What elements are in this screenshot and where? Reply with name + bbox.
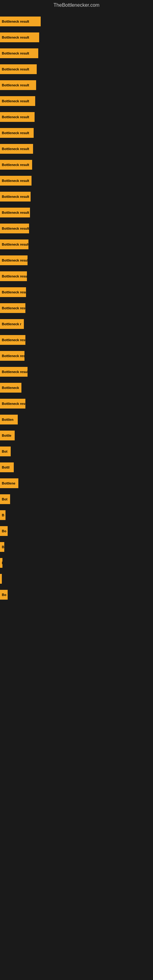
bar-label-12: Bottleneck result bbox=[2, 211, 29, 215]
bar-row: Bottleneck resu bbox=[0, 332, 153, 348]
bar-row: Bottl bbox=[0, 460, 153, 475]
bar-label-4: Bottleneck result bbox=[2, 83, 29, 87]
bar-row: Bottleneck result bbox=[0, 284, 153, 300]
bar-label-7: Bottleneck result bbox=[2, 131, 29, 135]
bar-label-3: Bottleneck result bbox=[2, 67, 29, 71]
bar-row: Bottleneck result bbox=[0, 29, 153, 45]
bar-label-32: Bo bbox=[2, 529, 6, 533]
bar-row: Bottlene bbox=[0, 475, 153, 491]
bar-row: Bottleneck result bbox=[0, 364, 153, 380]
bar-label-11: Bottleneck result bbox=[2, 195, 29, 199]
bar-label-24: Bottleneck resu bbox=[2, 402, 26, 406]
bar-label-29: Bottlene bbox=[2, 481, 15, 485]
bar-27: Bot bbox=[0, 447, 11, 456]
bar-31: B bbox=[0, 510, 5, 520]
bar-row: Bo bbox=[0, 523, 153, 539]
bar-row: B bbox=[0, 507, 153, 523]
bar-7: Bottleneck result bbox=[0, 128, 33, 138]
bar-row: Bottleneck result bbox=[0, 141, 153, 157]
bar-row: Bottleneck result bbox=[0, 77, 153, 93]
bar-row: Bo bbox=[0, 587, 153, 603]
bar-35 bbox=[0, 574, 2, 584]
bar-row: Bottleneck result bbox=[0, 236, 153, 252]
bar-label-2: Bottleneck result bbox=[2, 51, 29, 55]
bar-row: Bottleneck result bbox=[0, 93, 153, 109]
bar-25: Bottlen bbox=[0, 415, 18, 425]
bar-28: Bottl bbox=[0, 463, 14, 472]
bar-9: Bottleneck result bbox=[0, 160, 32, 170]
bar-label-30: Bot bbox=[2, 497, 7, 501]
bar-row: Bottleneck result bbox=[0, 173, 153, 189]
bar-label-28: Bottl bbox=[2, 466, 10, 469]
bar-label-25: Bottlen bbox=[2, 418, 13, 422]
bar-20: Bottleneck resu bbox=[0, 335, 26, 345]
bar-30: Bot bbox=[0, 494, 10, 504]
bar-3: Bottleneck result bbox=[0, 64, 37, 74]
bar-label-21: Bottleneck res bbox=[2, 354, 24, 358]
bar-36: Bo bbox=[0, 590, 8, 600]
bar-16: Bottleneck result bbox=[0, 271, 27, 281]
bar-label-16: Bottleneck result bbox=[2, 274, 27, 278]
bar-14: Bottleneck result bbox=[0, 240, 29, 249]
bar-24: Bottleneck resu bbox=[0, 399, 26, 409]
bar-row: Bottleneck result bbox=[0, 252, 153, 268]
bar-4: Bottleneck result bbox=[0, 80, 36, 90]
bar-2: Bottleneck result bbox=[0, 48, 38, 58]
bar-26: Bottle bbox=[0, 431, 15, 441]
bar-label-20: Bottleneck resu bbox=[2, 338, 26, 342]
bar-row: B bbox=[0, 539, 153, 555]
bar-row: Bottleneck result bbox=[0, 13, 153, 29]
bar-23: Bottleneck bbox=[0, 383, 21, 393]
bar-label-33: B bbox=[2, 545, 4, 549]
bar-row: Bottleneck result bbox=[0, 109, 153, 125]
bar-row: Bottleneck res bbox=[0, 348, 153, 364]
bar-21: Bottleneck res bbox=[0, 351, 24, 361]
bar-row: Bottleneck resu bbox=[0, 396, 153, 412]
bar-row: I bbox=[0, 555, 153, 571]
bar-label-18: Bottleneck resu bbox=[2, 306, 26, 310]
bar-row: Bottle bbox=[0, 428, 153, 444]
bar-row: Bottleneck result bbox=[0, 205, 153, 221]
bar-15: Bottleneck result bbox=[0, 255, 27, 265]
bar-label-14: Bottleneck result bbox=[2, 243, 29, 246]
bar-6: Bottleneck result bbox=[0, 112, 35, 122]
bar-22: Bottleneck result bbox=[0, 367, 27, 377]
bar-19: Bottleneck r bbox=[0, 319, 24, 329]
bar-row: Bottleneck r bbox=[0, 316, 153, 332]
bar-label-10: Bottleneck result bbox=[2, 179, 29, 183]
bar-label-36: Bo bbox=[2, 593, 6, 597]
bars-container: Bottleneck resultBottleneck resultBottle… bbox=[0, 10, 153, 606]
bar-12: Bottleneck result bbox=[0, 208, 30, 218]
bar-29: Bottlene bbox=[0, 478, 18, 488]
bar-label-23: Bottleneck bbox=[2, 386, 19, 390]
site-title-text: TheBottlenecker.com bbox=[54, 2, 99, 8]
bar-1: Bottleneck result bbox=[0, 32, 39, 42]
bar-row: Bottleneck result bbox=[0, 268, 153, 284]
bar-13: Bottleneck result bbox=[0, 224, 29, 233]
bar-row: Bottleneck result bbox=[0, 189, 153, 205]
bar-18: Bottleneck resu bbox=[0, 303, 26, 313]
bar-label-17: Bottleneck result bbox=[2, 290, 26, 294]
bar-label-8: Bottleneck result bbox=[2, 147, 29, 151]
bar-row: Bottlen bbox=[0, 412, 153, 428]
bar-label-19: Bottleneck r bbox=[2, 322, 21, 326]
bar-10: Bottleneck result bbox=[0, 176, 32, 186]
bar-17: Bottleneck result bbox=[0, 287, 26, 297]
bar-label-22: Bottleneck result bbox=[2, 370, 27, 374]
bar-row: Bottleneck result bbox=[0, 221, 153, 236]
bar-label-1: Bottleneck result bbox=[2, 35, 29, 39]
bar-5: Bottleneck result bbox=[0, 96, 35, 106]
bar-row: Bottleneck result bbox=[0, 45, 153, 61]
bar-label-34: I bbox=[2, 561, 2, 565]
bar-row: Bottleneck resu bbox=[0, 300, 153, 316]
site-title: TheBottlenecker.com bbox=[0, 0, 153, 10]
bar-8: Bottleneck result bbox=[0, 144, 33, 154]
bar-row: Bottleneck result bbox=[0, 125, 153, 141]
bar-0: Bottleneck result bbox=[0, 16, 41, 26]
bar-32: Bo bbox=[0, 526, 8, 536]
bar-11: Bottleneck result bbox=[0, 192, 30, 202]
bar-label-15: Bottleneck result bbox=[2, 258, 27, 262]
bar-label-26: Bottle bbox=[2, 434, 11, 438]
bar-row: Bottleneck result bbox=[0, 61, 153, 77]
bar-label-27: Bot bbox=[2, 450, 7, 453]
